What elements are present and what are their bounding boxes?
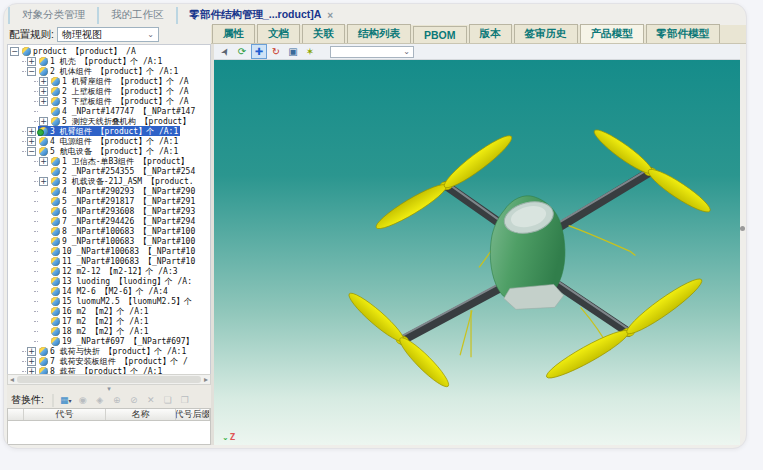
expand-icon[interactable]: +: [39, 157, 48, 166]
tree-node-label: 4 电源组件 【product】个 /A:1: [50, 136, 178, 146]
collapse-icon[interactable]: −: [10, 47, 19, 56]
tree-node-content: 3 机臂组件 【product】个 /A:1: [38, 126, 180, 136]
replace-parts-label: 替换件:: [11, 393, 44, 407]
detail-tab[interactable]: PBOM: [413, 26, 467, 43]
expand-icon[interactable]: +: [39, 87, 48, 96]
select-cursor-icon[interactable]: ➤: [216, 42, 234, 61]
tree-node[interactable]: +7 载荷安装板组件 【product】个 /: [8, 356, 210, 366]
tree-node[interactable]: 9 _NPart#100683 【_NPart#100: [8, 236, 210, 246]
tree-node[interactable]: 19 _NPart#697 【_NPart#697】: [8, 336, 210, 346]
tree-node-content: 8 _NPart#100683 【_NPart#100: [50, 226, 197, 236]
panel-splitter[interactable]: ▾: [7, 385, 211, 392]
tree-node[interactable]: 17 m2 【m2】个 /A:1: [8, 316, 210, 326]
document-tab[interactable]: 对象分类管理: [8, 7, 97, 24]
detail-tab-label: 签审历史: [525, 27, 567, 39]
tree-node[interactable]: 16 m2 【m2】个 /A:1: [8, 306, 210, 316]
tree-node[interactable]: 12 m2-12 【m2-12】个 /A:3: [8, 266, 210, 276]
tree-node[interactable]: 4 _NPart#290293 【_NPart#290: [8, 186, 210, 196]
expand-icon[interactable]: +: [27, 357, 36, 366]
tree-node[interactable]: 2 _NPart#254355 【_NPart#254: [8, 166, 210, 176]
tree-node[interactable]: +4 电源组件 【product】个 /A:1: [8, 136, 210, 146]
scroll-right-arrow-icon[interactable]: ▸: [204, 375, 208, 384]
right-splitter-dot[interactable]: [740, 226, 745, 231]
tree-node[interactable]: 11 _NPart#100683 【_NPart#10: [8, 256, 210, 266]
expand-icon[interactable]: +: [39, 77, 48, 86]
tree-node-label: 8 _NPart#100683 【_NPart#100: [62, 226, 195, 236]
tree-horizontal-scrollbar[interactable]: ◂ ▸: [7, 374, 211, 385]
document-tabbar: 对象分类管理我的工作区零部件结构管理_...roduct]A×: [8, 7, 742, 24]
tree-node[interactable]: 7 _NPart#294426 【_NPart#294: [8, 216, 210, 226]
detail-tab[interactable]: 签审历史: [514, 24, 578, 43]
replace-column-header[interactable]: 名称: [106, 409, 176, 420]
viewer-combo-select[interactable]: ⌄: [330, 46, 414, 58]
config-view-select[interactable]: 物理视图 ⌄: [57, 27, 159, 42]
tree-connector: [34, 291, 38, 292]
tree-node[interactable]: 10 _NPart#100683 【_NPart#10: [8, 246, 210, 256]
tree-node-content: 3 下壁板组件 【product】个 /A: [50, 96, 191, 106]
scrollbar-thumb[interactable]: [17, 376, 201, 383]
axis-indicator: ⌄ Z: [222, 432, 235, 442]
part-icon: [51, 77, 60, 86]
tree-node-content: 14 M2-6 【M2-6】个 /A:4: [50, 286, 170, 296]
tree-node[interactable]: 13 luoding 【luoding】个 /A:: [8, 276, 210, 286]
detail-tab[interactable]: 属性: [212, 24, 255, 43]
tree-node[interactable]: +1 卫信杰-单B3组件 【product】: [8, 156, 210, 166]
tree-node[interactable]: 18 m2 【m2】个 /A:1: [8, 326, 210, 336]
tree-node[interactable]: 6 _NPart#293608 【_NPart#293: [8, 206, 210, 216]
collapse-icon[interactable]: −: [27, 147, 36, 156]
expand-icon[interactable]: +: [27, 137, 36, 146]
detail-tab[interactable]: 结构列表: [347, 24, 411, 43]
tree-node[interactable]: 4 _NPart#147747 【_NPart#147: [8, 106, 210, 116]
main-area: −product 【product】 /A+1 机壳 【product】个 /A…: [7, 44, 743, 445]
scroll-left-arrow-icon[interactable]: ◂: [10, 375, 14, 384]
detail-tab[interactable]: 文档: [257, 24, 300, 43]
expand-icon[interactable]: +: [39, 117, 48, 126]
tree-node[interactable]: 5 _NPart#291817 【_NPart#291: [8, 196, 210, 206]
detail-tab[interactable]: 产品模型: [580, 24, 644, 43]
pan-view-icon[interactable]: ✚: [252, 45, 266, 58]
tree-node[interactable]: +3 机臂组件 【product】个 /A:1: [8, 126, 210, 136]
chevron-down-icon: ⌄: [403, 47, 410, 56]
document-tab[interactable]: 我的工作区: [97, 7, 176, 24]
expand-icon[interactable]: +: [27, 367, 36, 375]
expand-icon[interactable]: +: [39, 177, 48, 186]
tree-connector: [22, 131, 26, 132]
tree-node[interactable]: −2 机体组件 【product】个 /A:1: [8, 66, 210, 76]
expand-icon[interactable]: +: [39, 97, 48, 106]
tree-node[interactable]: +2 上壁板组件 【product】个 /A: [8, 86, 210, 96]
expand-icon[interactable]: +: [27, 347, 36, 356]
replace-view-mode-icon[interactable]: ▦▾: [59, 394, 73, 407]
tree-node-content: 2 机体组件 【product】个 /A:1: [38, 66, 180, 76]
tree-node-content: 1 机臂座组件 【product】个 /A: [50, 76, 191, 86]
expand-icon[interactable]: +: [27, 57, 36, 66]
tree-node[interactable]: +8 载荷 【product】个 /A:1: [8, 366, 210, 374]
tree-node[interactable]: 15 luomuM2.5 【luomuM2.5】个: [8, 296, 210, 306]
detail-tab[interactable]: 关联: [302, 24, 345, 43]
tree-node[interactable]: +3 下壁板组件 【product】个 /A: [8, 96, 210, 106]
tree-connector: [34, 211, 38, 212]
tree-node[interactable]: 14 M2-6 【M2-6】个 /A:4: [8, 286, 210, 296]
fit-view-icon[interactable]: ✶: [303, 45, 317, 58]
tree-connector: [22, 71, 26, 72]
replace-column-header[interactable]: 代号: [24, 409, 106, 420]
document-tab[interactable]: 零部件结构管理_...roduct]A×: [176, 7, 346, 24]
tree-node[interactable]: −5 航电设备 【product】个 /A:1: [8, 146, 210, 156]
tree-node[interactable]: +6 载荷与快折 【product】个 /A:1: [8, 346, 210, 356]
rotate-view-icon[interactable]: ⟳: [235, 45, 249, 58]
tree-node[interactable]: 8 _NPart#100683 【_NPart#100: [8, 226, 210, 236]
collapse-icon[interactable]: −: [27, 67, 36, 76]
tree-node[interactable]: +5 测控天线折叠机构 【product】: [8, 116, 210, 126]
close-icon[interactable]: ×: [327, 10, 333, 21]
tree-node[interactable]: −product 【product】 /A: [8, 46, 210, 56]
tree-node[interactable]: +1 机壳 【product】个 /A:1: [8, 56, 210, 66]
part-icon: [51, 307, 60, 316]
tree-node[interactable]: +3 机载设备-21J_ASM 【product.: [8, 176, 210, 186]
detail-tab[interactable]: 零部件模型: [646, 24, 721, 43]
zoom-window-icon[interactable]: ▣: [286, 45, 300, 58]
replace-column-header[interactable]: 代号后缀: [176, 409, 210, 420]
3d-viewport[interactable]: ⌄ Z: [214, 60, 740, 445]
tree-node[interactable]: +1 机臂座组件 【product】个 /A: [8, 76, 210, 86]
expand-icon[interactable]: +: [27, 127, 36, 136]
spin-view-icon[interactable]: ↻: [269, 45, 283, 58]
detail-tab[interactable]: 版本: [469, 24, 512, 43]
